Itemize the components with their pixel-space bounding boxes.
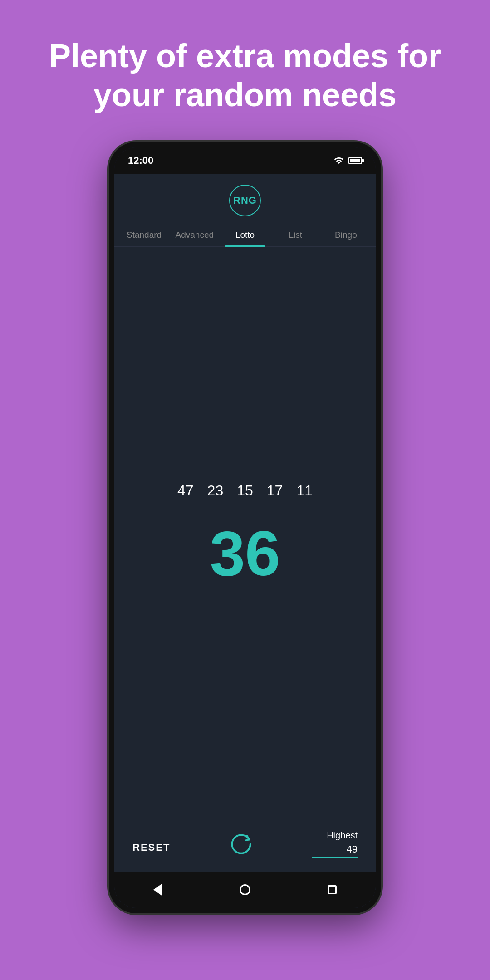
history-num-2: 15	[237, 482, 253, 499]
tab-list[interactable]: List	[270, 224, 321, 246]
tabs-bar: Standard Advanced Lotto List Bingo	[114, 224, 376, 247]
app-content: RNG Standard Advanced Lotto List Bingo	[114, 174, 376, 908]
home-icon	[240, 884, 250, 895]
highest-area: Highest 49	[312, 830, 358, 858]
history-numbers: 47 23 15 17 11	[177, 482, 313, 499]
nav-bar	[114, 872, 376, 908]
refresh-icon	[229, 832, 254, 857]
tab-bingo[interactable]: Bingo	[321, 224, 371, 246]
reset-button[interactable]: RESET	[132, 842, 170, 858]
current-number: 36	[210, 522, 280, 585]
nav-recents-button[interactable]	[325, 883, 339, 897]
main-area: 47 23 15 17 11 36	[114, 247, 376, 821]
rng-logo: RNG	[229, 185, 261, 216]
back-icon	[153, 883, 162, 896]
hero-title: Plenty of extra modes for your random ne…	[0, 0, 490, 142]
nav-back-button[interactable]	[151, 883, 165, 897]
signal-icon	[334, 156, 344, 166]
highest-value: 49	[347, 843, 358, 855]
tab-advanced[interactable]: Advanced	[169, 224, 220, 246]
history-num-3: 17	[267, 482, 283, 499]
generate-button[interactable]	[228, 831, 255, 858]
tab-lotto[interactable]: Lotto	[220, 224, 270, 246]
bottom-controls: RESET Highest 49	[114, 821, 376, 872]
status-bar: 12:00	[114, 147, 376, 174]
highest-label: Highest	[327, 830, 358, 841]
phone-mockup: 12:00 RNG Standard Advanced Lotto	[109, 142, 381, 913]
logo-area: RNG	[114, 174, 376, 224]
hero-section: Plenty of extra modes for your random ne…	[0, 0, 490, 142]
history-num-0: 47	[177, 482, 194, 499]
highest-input[interactable]: 49	[312, 843, 358, 858]
recents-icon	[328, 885, 337, 894]
history-num-4: 11	[296, 482, 313, 499]
status-icons	[334, 156, 362, 166]
nav-home-button[interactable]	[238, 883, 252, 897]
status-time: 12:00	[128, 155, 153, 167]
tab-standard[interactable]: Standard	[119, 224, 169, 246]
history-num-1: 23	[207, 482, 224, 499]
battery-icon	[348, 157, 362, 164]
